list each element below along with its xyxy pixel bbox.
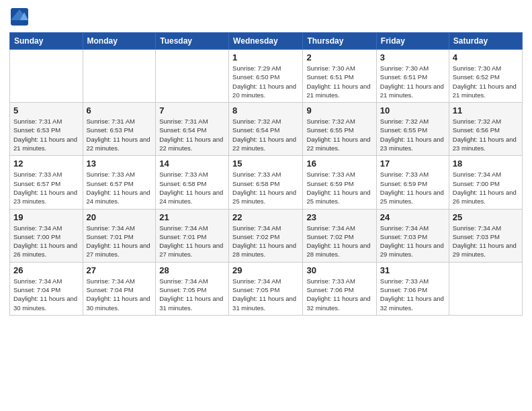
day-number: 23 — [306, 212, 372, 222]
day-number: 1 — [232, 52, 299, 62]
day-info: Sunrise: 7:34 AMSunset: 7:01 PMDaylight:… — [87, 224, 152, 259]
day-info: Sunrise: 7:32 AMSunset: 6:55 PMDaylight:… — [380, 117, 445, 152]
day-cell: 28Sunrise: 7:34 AMSunset: 7:05 PMDayligh… — [156, 262, 229, 315]
day-number: 3 — [380, 52, 445, 62]
day-cell: 11Sunrise: 7:32 AMSunset: 6:56 PMDayligh… — [449, 103, 522, 156]
weekday-header-friday: Friday — [376, 33, 449, 50]
day-number: 26 — [13, 265, 79, 275]
weekday-header-sunday: Sunday — [10, 33, 83, 50]
day-info: Sunrise: 7:34 AMSunset: 7:05 PMDaylight:… — [232, 277, 299, 312]
day-info: Sunrise: 7:30 AMSunset: 6:51 PMDaylight:… — [380, 64, 445, 99]
day-info: Sunrise: 7:34 AMSunset: 7:03 PMDaylight:… — [453, 224, 519, 259]
day-info: Sunrise: 7:33 AMSunset: 6:59 PMDaylight:… — [380, 170, 445, 205]
weekday-header-tuesday: Tuesday — [156, 33, 229, 50]
day-cell: 24Sunrise: 7:34 AMSunset: 7:03 PMDayligh… — [376, 209, 449, 262]
day-info: Sunrise: 7:29 AMSunset: 6:50 PMDaylight:… — [232, 64, 299, 99]
day-info: Sunrise: 7:33 AMSunset: 6:58 PMDaylight:… — [159, 170, 225, 205]
day-cell: 6Sunrise: 7:31 AMSunset: 6:53 PMDaylight… — [83, 103, 156, 156]
day-number: 8 — [232, 105, 299, 116]
day-cell: 14Sunrise: 7:33 AMSunset: 6:58 PMDayligh… — [156, 156, 229, 209]
day-number: 21 — [159, 212, 225, 222]
day-number: 24 — [380, 212, 445, 222]
weekday-header-thursday: Thursday — [303, 33, 376, 50]
weekday-header-wednesday: Wednesday — [229, 33, 303, 50]
day-number: 20 — [87, 212, 152, 222]
day-info: Sunrise: 7:32 AMSunset: 6:56 PMDaylight:… — [453, 117, 519, 152]
day-cell: 21Sunrise: 7:34 AMSunset: 7:01 PMDayligh… — [156, 209, 229, 262]
page: SundayMondayTuesdayWednesdayThursdayFrid… — [0, 0, 532, 411]
weekday-header-monday: Monday — [83, 33, 156, 50]
day-cell: 29Sunrise: 7:34 AMSunset: 7:05 PMDayligh… — [229, 262, 303, 315]
day-number: 31 — [380, 265, 445, 275]
day-info: Sunrise: 7:30 AMSunset: 6:51 PMDaylight:… — [306, 64, 372, 99]
logo-icon — [9, 7, 30, 27]
week-row-4: 19Sunrise: 7:34 AMSunset: 7:00 PMDayligh… — [10, 209, 523, 262]
day-info: Sunrise: 7:33 AMSunset: 7:06 PMDaylight:… — [306, 277, 372, 312]
day-number: 28 — [159, 265, 225, 275]
day-cell: 16Sunrise: 7:33 AMSunset: 6:59 PMDayligh… — [303, 156, 376, 209]
day-info: Sunrise: 7:33 AMSunset: 6:58 PMDaylight:… — [232, 170, 299, 205]
day-info: Sunrise: 7:33 AMSunset: 6:57 PMDaylight:… — [13, 170, 79, 205]
day-number: 4 — [453, 52, 519, 62]
day-cell: 8Sunrise: 7:32 AMSunset: 6:54 PMDaylight… — [229, 103, 303, 156]
day-cell: 1Sunrise: 7:29 AMSunset: 6:50 PMDaylight… — [229, 50, 303, 103]
day-info: Sunrise: 7:31 AMSunset: 6:53 PMDaylight:… — [13, 117, 79, 152]
day-number: 29 — [232, 265, 299, 275]
day-cell: 27Sunrise: 7:34 AMSunset: 7:04 PMDayligh… — [83, 262, 156, 315]
day-info: Sunrise: 7:31 AMSunset: 6:53 PMDaylight:… — [87, 117, 152, 152]
day-cell: 7Sunrise: 7:31 AMSunset: 6:54 PMDaylight… — [156, 103, 229, 156]
day-info: Sunrise: 7:32 AMSunset: 6:55 PMDaylight:… — [306, 117, 372, 152]
day-cell — [156, 50, 229, 103]
day-info: Sunrise: 7:32 AMSunset: 6:54 PMDaylight:… — [232, 117, 299, 152]
day-cell: 23Sunrise: 7:34 AMSunset: 7:02 PMDayligh… — [303, 209, 376, 262]
day-cell: 13Sunrise: 7:33 AMSunset: 6:57 PMDayligh… — [83, 156, 156, 209]
day-info: Sunrise: 7:34 AMSunset: 7:03 PMDaylight:… — [380, 224, 445, 259]
day-number: 17 — [380, 158, 445, 169]
day-cell: 5Sunrise: 7:31 AMSunset: 6:53 PMDaylight… — [10, 103, 83, 156]
day-number: 22 — [232, 212, 299, 222]
day-info: Sunrise: 7:31 AMSunset: 6:54 PMDaylight:… — [159, 117, 225, 152]
week-row-1: 1Sunrise: 7:29 AMSunset: 6:50 PMDaylight… — [10, 50, 523, 103]
weekday-header-saturday: Saturday — [449, 33, 522, 50]
day-cell: 25Sunrise: 7:34 AMSunset: 7:03 PMDayligh… — [449, 209, 522, 262]
day-cell: 31Sunrise: 7:33 AMSunset: 7:06 PMDayligh… — [376, 262, 449, 315]
day-cell — [83, 50, 156, 103]
day-info: Sunrise: 7:34 AMSunset: 7:05 PMDaylight:… — [159, 277, 225, 312]
day-number: 18 — [453, 158, 519, 169]
day-info: Sunrise: 7:30 AMSunset: 6:52 PMDaylight:… — [453, 64, 519, 99]
day-number: 7 — [159, 105, 225, 116]
day-cell: 9Sunrise: 7:32 AMSunset: 6:55 PMDaylight… — [303, 103, 376, 156]
day-cell: 15Sunrise: 7:33 AMSunset: 6:58 PMDayligh… — [229, 156, 303, 209]
day-cell: 3Sunrise: 7:30 AMSunset: 6:51 PMDaylight… — [376, 50, 449, 103]
day-info: Sunrise: 7:34 AMSunset: 7:02 PMDaylight:… — [306, 224, 372, 259]
day-info: Sunrise: 7:34 AMSunset: 7:00 PMDaylight:… — [13, 224, 79, 259]
day-cell: 4Sunrise: 7:30 AMSunset: 6:52 PMDaylight… — [449, 50, 522, 103]
calendar: SundayMondayTuesdayWednesdayThursdayFrid… — [9, 32, 523, 316]
day-cell: 26Sunrise: 7:34 AMSunset: 7:04 PMDayligh… — [10, 262, 83, 315]
day-cell — [449, 262, 522, 315]
weekday-header-row: SundayMondayTuesdayWednesdayThursdayFrid… — [10, 33, 523, 50]
day-cell: 17Sunrise: 7:33 AMSunset: 6:59 PMDayligh… — [376, 156, 449, 209]
day-info: Sunrise: 7:33 AMSunset: 6:59 PMDaylight:… — [306, 170, 372, 205]
day-cell: 2Sunrise: 7:30 AMSunset: 6:51 PMDaylight… — [303, 50, 376, 103]
day-cell: 10Sunrise: 7:32 AMSunset: 6:55 PMDayligh… — [376, 103, 449, 156]
day-number: 25 — [453, 212, 519, 222]
day-info: Sunrise: 7:33 AMSunset: 6:57 PMDaylight:… — [87, 170, 152, 205]
day-info: Sunrise: 7:34 AMSunset: 7:04 PMDaylight:… — [87, 277, 152, 312]
day-number: 2 — [306, 52, 372, 62]
week-row-2: 5Sunrise: 7:31 AMSunset: 6:53 PMDaylight… — [10, 103, 523, 156]
day-number: 6 — [87, 105, 152, 116]
day-cell: 19Sunrise: 7:34 AMSunset: 7:00 PMDayligh… — [10, 209, 83, 262]
day-info: Sunrise: 7:34 AMSunset: 7:04 PMDaylight:… — [13, 277, 79, 312]
logo — [9, 7, 32, 27]
header — [9, 7, 523, 27]
day-cell: 30Sunrise: 7:33 AMSunset: 7:06 PMDayligh… — [303, 262, 376, 315]
day-number: 19 — [13, 212, 79, 222]
day-number: 16 — [306, 158, 372, 169]
day-info: Sunrise: 7:34 AMSunset: 7:02 PMDaylight:… — [232, 224, 299, 259]
day-number: 15 — [232, 158, 299, 169]
day-number: 12 — [13, 158, 79, 169]
day-info: Sunrise: 7:33 AMSunset: 7:06 PMDaylight:… — [380, 277, 445, 312]
day-number: 27 — [87, 265, 152, 275]
day-number: 14 — [159, 158, 225, 169]
